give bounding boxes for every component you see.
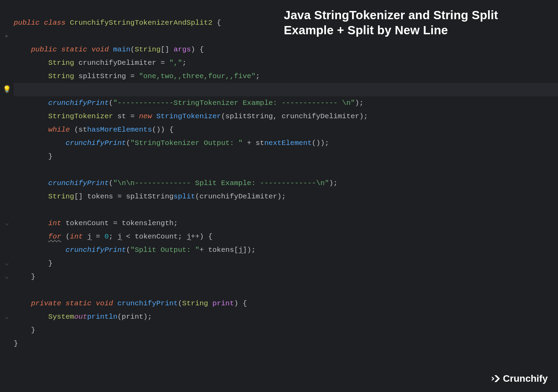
fold-gutter-icon[interactable]: ⌄ (3, 259, 10, 266)
brand-logo: Crunchify (490, 372, 548, 385)
code-line: private static void crunchifyPrint(Strin… (14, 299, 247, 307)
code-line: } (14, 259, 52, 267)
code-line: String[] tokens = splitStringsplit(crunc… (14, 193, 286, 200)
lightbulb-icon[interactable]: 💡 (3, 86, 10, 93)
code-line: while (sthasMoreElements()) { (14, 126, 173, 134)
code-line: } (14, 273, 35, 281)
code-line: String splitString = "one,two,,three,fou… (14, 72, 260, 80)
code-line: StringTokenizer st = new StringTokenizer… (14, 112, 368, 120)
code-line: crunchifyPrint("StringTokenizer Output: … (14, 139, 329, 147)
fold-gutter-icon[interactable]: ⌄ (3, 313, 10, 320)
run-gutter-icon[interactable]: ▸ (3, 33, 10, 39)
overlay-title: Java StringTokenizer and String Split Ex… (284, 8, 544, 38)
code-line: } (14, 326, 35, 334)
brand-name: Crunchify (503, 372, 548, 385)
code-line: crunchifyPrint("Split Output: "+ tokens[… (14, 246, 256, 254)
code-line: } (14, 152, 52, 160)
code-line: crunchifyPrint("-------------StringToken… (14, 99, 364, 107)
gutter: ▸ 💡 ⌄ ⌄ ⌄ ⌄ (0, 0, 14, 392)
code-line: Systemoutprintln(print); (14, 313, 152, 321)
code-line: int tokenCount = tokenslength; (14, 219, 178, 227)
code-line: } (14, 340, 18, 347)
code-editor[interactable]: public class CrunchifyStringTokenizerAnd… (14, 3, 368, 350)
code-line: crunchifyPrint("\n\n------------- Split … (14, 179, 338, 187)
code-line: String crunchifyDelimiter = ","; (14, 59, 186, 67)
fold-gutter-icon[interactable]: ⌄ (3, 273, 10, 280)
fold-gutter-icon[interactable]: ⌄ (3, 219, 10, 226)
code-line: for (int j = 0; j < tokenCount; j++) { (14, 233, 213, 241)
code-line: public class CrunchifyStringTokenizerAnd… (14, 19, 221, 27)
code-line: public static void main(String[] args) { (14, 46, 204, 53)
crunchify-icon (490, 373, 501, 384)
